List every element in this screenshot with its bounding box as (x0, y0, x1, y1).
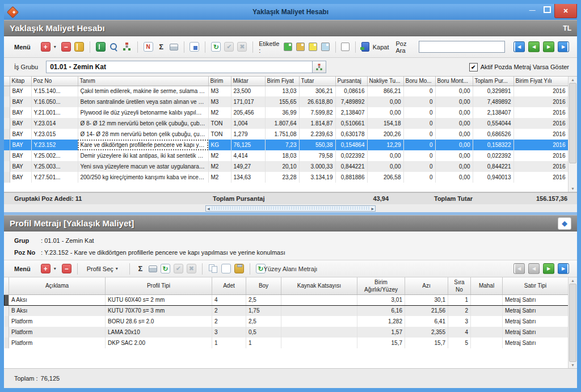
cell[interactable]: 0,00 (435, 150, 473, 161)
cell[interactable]: 1,279 (231, 129, 265, 140)
cell[interactable]: LAMA 20x10 (106, 327, 212, 338)
cell[interactable]: Y.23.014 (31, 118, 78, 129)
cell[interactable]: 2016 (513, 118, 568, 129)
label-color-icon[interactable] (309, 43, 317, 51)
cell[interactable]: 6,16 (357, 305, 405, 316)
row-indicator[interactable] (4, 129, 10, 140)
cell[interactable] (281, 305, 357, 316)
cell[interactable]: 0,881886 (335, 172, 367, 183)
column-header[interactable]: Profil Tipi (106, 277, 212, 294)
cell[interactable]: 0,00 (367, 150, 403, 161)
cell[interactable]: 200,26 (367, 129, 403, 140)
cell[interactable]: 15,7 (405, 338, 448, 348)
label-color-icon[interactable] (296, 43, 305, 51)
cell[interactable]: Plywood ile düz yüzeyli betonarme kalıbı… (78, 107, 208, 118)
cell[interactable]: Platform (9, 316, 106, 327)
cell[interactable]: 0,00 (435, 96, 473, 107)
cell[interactable]: 205,456 (231, 107, 265, 118)
cell[interactable]: 0,00 (435, 107, 473, 118)
cell[interactable]: DKP SAC 2.00 (106, 338, 212, 348)
add-dropdown-caret-icon[interactable]: ▾ (54, 44, 58, 49)
cell[interactable]: 1 (448, 294, 471, 305)
notebook-icon[interactable] (74, 42, 84, 52)
cell[interactable]: 206,58 (367, 172, 403, 183)
cell[interactable] (471, 305, 503, 316)
cell[interactable]: 2016 (513, 172, 568, 183)
cell[interactable]: B Aksı (9, 305, 106, 316)
paste-icon[interactable] (221, 264, 231, 273)
column-header[interactable]: Birim Fiyat Yılı (513, 77, 568, 86)
column-header[interactable]: Kitap (10, 77, 31, 86)
cell[interactable]: 0 (403, 129, 435, 140)
scrollbar-thumb[interactable] (569, 83, 576, 163)
cell[interactable]: Ø 14- Ø 28 mm nervürlü beton çelik çubuğ… (78, 129, 208, 140)
n-document-icon[interactable]: N (144, 42, 153, 52)
cell[interactable]: TON (208, 118, 231, 129)
cell[interactable]: Kare ve dikdörtgen profillerle pencere v… (78, 140, 208, 150)
column-header[interactable]: Mahal (471, 277, 503, 294)
table-row[interactable]: BAYY.27.501...200/250 kg kireç/çimento k… (4, 172, 568, 183)
scrollbar-track[interactable] (212, 206, 370, 210)
cell[interactable]: Metraj Satırı (503, 316, 569, 327)
cell[interactable]: 7,489892 (473, 96, 513, 107)
cell[interactable]: Y.27.501... (31, 172, 78, 183)
cell[interactable]: KUTU 60X40 s= 2 mm (106, 294, 212, 305)
cell[interactable]: BAY (10, 161, 31, 172)
table-row[interactable]: BAYY.21.001...Plywood ile düz yüzeyli be… (4, 107, 568, 118)
sigma-icon[interactable]: Σ (136, 264, 145, 273)
cell[interactable]: M2 (208, 172, 231, 183)
label-color-icon[interactable] (284, 43, 292, 51)
column-header[interactable] (5, 277, 9, 294)
column-header[interactable]: Sıra No (448, 277, 471, 294)
cell[interactable]: BAY (10, 107, 31, 118)
cell[interactable]: 0,00 (367, 107, 403, 118)
poz-ara-input[interactable] (419, 41, 505, 53)
add-row-button[interactable]: + (41, 42, 50, 52)
column-header[interactable]: Birim Ağırlık/Yüzey (357, 277, 405, 294)
cell[interactable]: 2,138407 (335, 107, 367, 118)
column-header[interactable] (4, 77, 10, 86)
cell[interactable]: 0 (403, 140, 435, 150)
cell[interactable]: 26.618,80 (299, 96, 335, 107)
cell[interactable]: 2,5 (246, 316, 281, 327)
cell[interactable]: 200/250 kg kireç/çimento karışımı kaba v… (78, 172, 208, 183)
cell[interactable]: 7,489892 (335, 96, 367, 107)
column-header[interactable]: Açıklama (9, 277, 106, 294)
column-header[interactable]: Birim (208, 77, 231, 86)
cell[interactable]: 0,510661 (335, 118, 367, 129)
cell[interactable]: 21,56 (405, 305, 448, 316)
cell[interactable]: 2,355 (405, 327, 448, 338)
cell[interactable]: 1,004 (231, 118, 265, 129)
cell[interactable]: BORU 28.6 s= 2.0 (106, 316, 212, 327)
cell[interactable]: 4 (212, 294, 246, 305)
table-row[interactable]: PlatformLAMA 20x1030,51,572,3554Metraj S… (5, 327, 569, 338)
row-indicator[interactable] (4, 96, 10, 107)
cell[interactable]: 0,00 (435, 129, 473, 140)
column-header[interactable]: Boy (246, 277, 281, 294)
cell[interactable]: TON (208, 129, 231, 140)
cell[interactable] (281, 294, 357, 305)
cell[interactable]: Yeni sıva yüzeylere macun ve astar uygul… (78, 161, 208, 172)
cell[interactable]: BAY (10, 140, 31, 150)
nav-prev-button[interactable]: ◀ (528, 41, 540, 52)
cell[interactable]: BAY (10, 118, 31, 129)
cell[interactable] (281, 327, 357, 338)
refresh-icon[interactable]: ↻ (161, 264, 170, 273)
cell[interactable]: 0,154864 (335, 140, 367, 150)
document-export-icon[interactable] (190, 42, 199, 52)
scroll-down-icon[interactable]: ▼ (571, 187, 575, 191)
metraj-checkbox[interactable]: ✔ (469, 63, 478, 71)
cell[interactable]: Metraj Satırı (503, 327, 569, 338)
cell[interactable]: 1.751,08 (265, 129, 299, 140)
cell[interactable]: 154,18 (367, 118, 403, 129)
column-header[interactable]: Satır Tipi (503, 277, 569, 294)
scrollbar-thumb[interactable] (569, 284, 576, 362)
cell[interactable]: 0,00 (367, 96, 403, 107)
nav-last-button[interactable]: ▶ (558, 263, 569, 274)
cell[interactable]: 0,5 (246, 327, 281, 338)
remove-row-button[interactable]: − (61, 42, 71, 52)
add-dropdown-caret-icon[interactable]: ▾ (54, 266, 58, 271)
column-header[interactable]: Poz No (31, 77, 78, 86)
cell[interactable]: 134,63 (231, 172, 265, 183)
nav-first-button[interactable]: ◀ (513, 41, 525, 52)
